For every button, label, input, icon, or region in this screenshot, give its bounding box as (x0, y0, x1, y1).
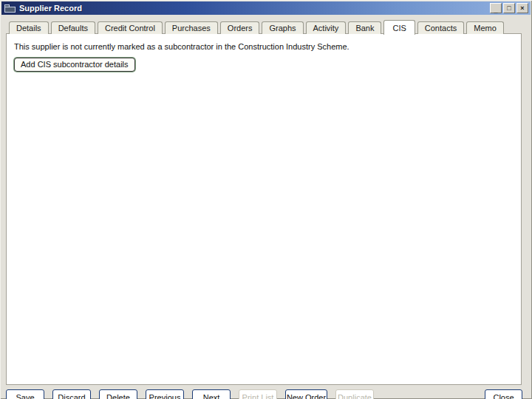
supplier-record-window: { "window": { "title": "Supplier Record"… (0, 0, 532, 399)
tab-contacts[interactable]: Contacts (417, 21, 464, 34)
close-icon[interactable]: × (516, 3, 528, 13)
title-bar[interactable]: Supplier Record _ □ × (1, 1, 531, 15)
tab-orders[interactable]: Orders (220, 21, 260, 34)
window-icon (4, 4, 16, 13)
tab-purchases[interactable]: Purchases (165, 21, 218, 34)
tab-activity[interactable]: Activity (306, 21, 347, 34)
tab-strip: Details Defaults Credit Control Purchase… (9, 20, 528, 34)
window-controls: _ □ × (490, 3, 528, 13)
delete-button[interactable]: Delete (99, 389, 137, 399)
tab-memo[interactable]: Memo (466, 21, 504, 34)
cis-tab-panel: This supplier is not currently marked as… (6, 33, 522, 385)
tab-bank[interactable]: Bank (348, 21, 381, 34)
previous-button[interactable]: Previous (146, 389, 184, 399)
close-button[interactable]: Close (485, 389, 522, 399)
next-button[interactable]: Next (192, 389, 231, 399)
tab-details[interactable]: Details (9, 21, 49, 34)
cis-status-message: This supplier is not currently marked as… (14, 42, 514, 51)
minimize-icon[interactable]: _ (490, 3, 502, 13)
discard-button[interactable]: Discard (52, 389, 91, 399)
tab-credit-control[interactable]: Credit Control (98, 21, 163, 34)
tab-cis[interactable]: CIS (383, 20, 415, 35)
tab-graphs[interactable]: Graphs (262, 21, 303, 34)
print-list-button: Print List (239, 389, 277, 399)
add-cis-subcontractor-details-button[interactable]: Add CIS subcontractor details (14, 58, 135, 72)
maximize-icon[interactable]: □ (503, 3, 515, 13)
duplicate-button: Duplicate (335, 389, 374, 399)
window-title: Supplier Record (19, 4, 82, 13)
new-order-button[interactable]: New Order (285, 389, 327, 399)
save-button[interactable]: Save (6, 389, 44, 399)
tab-defaults[interactable]: Defaults (51, 21, 95, 34)
footer-button-bar: Save Discard Delete Previous Next Print … (0, 389, 532, 399)
